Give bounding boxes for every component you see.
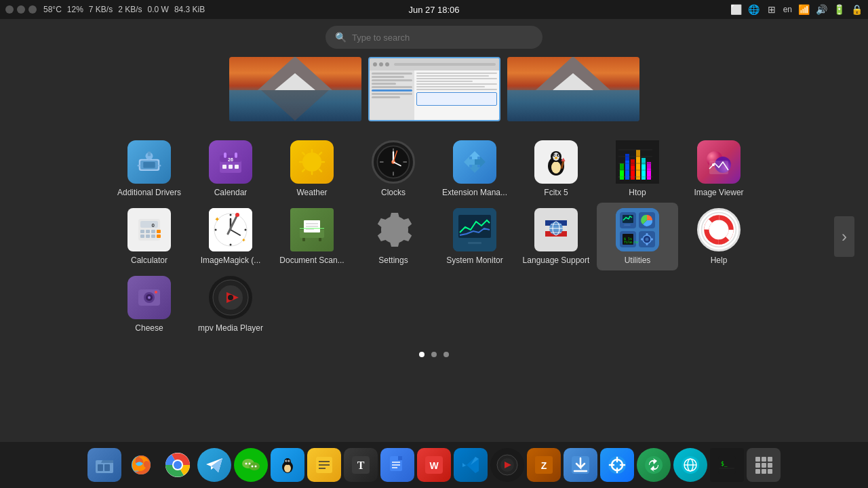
dock-item-filezilla[interactable]: Z — [527, 448, 561, 482]
svg-point-155 — [252, 466, 254, 468]
battery-icon[interactable]: 🔋 — [833, 3, 845, 16]
window-btn-2[interactable] — [17, 5, 25, 14]
system-monitor-label: System Monitor — [446, 256, 502, 265]
app-language-support[interactable]: Language Support — [515, 203, 597, 270]
svg-point-86 — [235, 213, 239, 217]
window-previews — [229, 57, 639, 121]
svg-rect-198 — [755, 457, 760, 462]
language-support-label: Language Support — [523, 256, 590, 265]
datetime: Jun 27 18:06 — [408, 5, 459, 15]
window-btn-3[interactable] — [28, 5, 37, 14]
svg-rect-100 — [472, 238, 477, 242]
search-icon: 🔍 — [335, 32, 347, 43]
app-extension-manager[interactable]: Extension Mana... — [434, 135, 515, 203]
svg-rect-49 — [631, 166, 635, 180]
svg-rect-127 — [650, 239, 653, 241]
app-mpv[interactable]: mpv Media Player — [190, 270, 271, 338]
dock-item-telegram[interactable] — [197, 448, 231, 482]
window-btn-1[interactable] — [5, 5, 14, 14]
lock-icon[interactable]: 🔒 — [850, 3, 863, 16]
globe-icon[interactable]: 🌐 — [748, 3, 760, 16]
volume-icon[interactable]: 🔊 — [815, 3, 827, 16]
app-system-monitor[interactable]: System Monitor — [434, 203, 515, 270]
svg-rect-55 — [647, 169, 651, 180]
svg-text:Z: Z — [541, 460, 547, 471]
grid-icon[interactable]: ⊞ — [766, 3, 778, 16]
svg-rect-73 — [140, 235, 144, 238]
dock-item-qq[interactable] — [271, 448, 304, 482]
svg-point-37 — [553, 152, 559, 161]
settings-icon — [372, 208, 415, 251]
dock-item-vscode[interactable] — [454, 448, 488, 482]
svg-point-159 — [284, 458, 291, 465]
dock-item-typora[interactable]: T — [344, 448, 378, 482]
app-calculator[interactable]: 0 Calculator — [108, 203, 190, 270]
dock-item-app-grid[interactable] — [747, 448, 781, 482]
svg-rect-74 — [146, 235, 150, 238]
dock-item-wechat[interactable] — [234, 448, 268, 482]
search-bar[interactable]: 🔍 — [326, 26, 542, 49]
app-imagemagick[interactable]: ✦ ✦ ImageMagick (... — [190, 203, 271, 270]
svg-rect-53 — [642, 165, 646, 180]
search-input[interactable] — [352, 33, 533, 43]
cheese-label: Cheese — [135, 323, 163, 333]
app-additional-drivers[interactable]: Additional Drivers — [108, 135, 190, 203]
browser-icon[interactable]: ⬜ — [730, 3, 743, 16]
image-viewer-label: Image Viewer — [694, 188, 743, 197]
preview-window-2[interactable] — [368, 57, 500, 121]
svg-rect-75 — [151, 235, 155, 238]
app-fcitx5[interactable]: Fcitx 5 — [515, 135, 597, 203]
svg-rect-206 — [768, 469, 772, 474]
app-weather[interactable]: Weather — [271, 135, 353, 203]
svg-point-137 — [155, 291, 157, 293]
dock-item-mpv[interactable] — [490, 448, 524, 482]
app-htop[interactable]: Htop — [597, 135, 678, 203]
dock-item-qbittorrent[interactable] — [600, 448, 634, 482]
svg-rect-96 — [302, 238, 305, 241]
app-cheese[interactable]: Cheese — [108, 270, 190, 338]
dock-item-files[interactable] — [87, 448, 121, 482]
svg-rect-145 — [104, 464, 110, 471]
page-dot-2[interactable] — [431, 352, 437, 357]
page-dot-3[interactable] — [443, 352, 449, 357]
dock-item-terminal[interactable]: $_ — [710, 448, 744, 482]
preview-window-3[interactable] — [507, 57, 639, 121]
wifi-icon[interactable]: 📶 — [797, 3, 810, 16]
svg-rect-12 — [229, 165, 233, 169]
dock-item-docs[interactable] — [380, 448, 414, 482]
svg-rect-13 — [235, 165, 239, 169]
dock-item-wps[interactable]: W — [417, 448, 451, 482]
app-help[interactable]: Help — [678, 203, 760, 270]
svg-rect-46 — [620, 163, 624, 170]
app-settings[interactable]: Settings — [353, 203, 434, 270]
document-scan-icon — [290, 208, 334, 251]
dock-item-firefox[interactable] — [124, 448, 158, 482]
mem-usage: 84.3 KiB — [174, 5, 205, 14]
svg-rect-56 — [647, 162, 651, 169]
dock-item-downloader[interactable] — [564, 448, 597, 482]
app-utilities[interactable]: $ ls file.txt Utilities — [597, 203, 678, 270]
svg-point-142 — [228, 295, 233, 300]
dock-item-navi[interactable] — [673, 448, 707, 482]
app-document-scan[interactable]: Document Scan... — [271, 203, 353, 270]
dock-item-syncthing[interactable] — [637, 448, 671, 482]
next-arrow[interactable]: › — [834, 216, 854, 257]
svg-rect-70 — [146, 230, 150, 233]
preview-window-1[interactable] — [229, 57, 361, 121]
dock-item-chrome[interactable] — [161, 448, 195, 482]
language-label[interactable]: en — [783, 5, 792, 14]
dock-item-notes[interactable] — [307, 448, 341, 482]
svg-rect-204 — [755, 469, 760, 474]
calendar-label: Calendar — [214, 188, 248, 197]
app-image-viewer[interactable]: Image Viewer — [678, 135, 760, 203]
topbar-stats: 58°C 12% 7 KB/s 2 KB/s 0.0 W 84.3 KiB — [43, 5, 205, 14]
svg-rect-114 — [624, 224, 631, 226]
page-dot-1[interactable] — [419, 352, 425, 357]
app-clocks[interactable]: Clocks — [353, 135, 434, 203]
svg-rect-50 — [631, 159, 635, 166]
svg-point-40 — [554, 155, 555, 156]
svg-text:file.txt: file.txt — [624, 240, 640, 244]
app-calendar[interactable]: 26 Calendar — [190, 135, 271, 203]
topbar: 58°C 12% 7 KB/s 2 KB/s 0.0 W 84.3 KiB Ju… — [0, 0, 868, 19]
svg-point-41 — [558, 155, 559, 156]
